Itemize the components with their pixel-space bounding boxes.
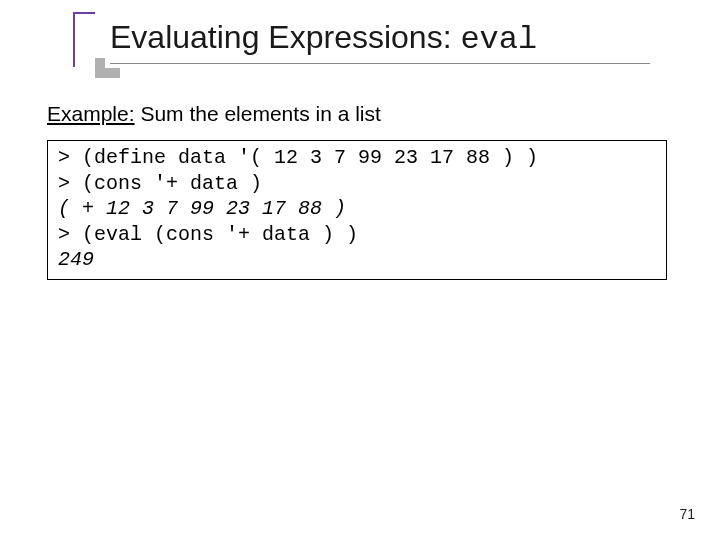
code-line-1: > (define data '( 12 3 7 99 23 17 88 ) ) xyxy=(58,146,538,169)
example-line: Example: Sum the elements in a list xyxy=(47,102,381,126)
slide-title: Evaluating Expressions: eval xyxy=(110,20,660,63)
code-line-5: 249 xyxy=(58,248,94,271)
code-line-2: > (cons '+ data ) xyxy=(58,172,262,195)
title-prefix: Evaluating Expressions: xyxy=(110,19,460,55)
title-underline xyxy=(110,63,650,64)
accent-grey-horizontal xyxy=(95,68,120,78)
example-text: Sum the elements in a list xyxy=(135,102,381,125)
accent-bar-left xyxy=(73,12,75,67)
code-line-3: ( + 12 3 7 99 23 17 88 ) xyxy=(58,197,346,220)
example-label: Example: xyxy=(47,102,135,125)
code-box: > (define data '( 12 3 7 99 23 17 88 ) )… xyxy=(47,140,667,280)
page-number: 71 xyxy=(679,506,695,522)
code-line-4: > (eval (cons '+ data ) ) xyxy=(58,223,358,246)
slide: Evaluating Expressions: eval Example: Su… xyxy=(0,0,720,540)
title-block: Evaluating Expressions: eval xyxy=(110,20,660,64)
title-mono: eval xyxy=(460,21,537,58)
accent-bar-top xyxy=(73,12,95,14)
